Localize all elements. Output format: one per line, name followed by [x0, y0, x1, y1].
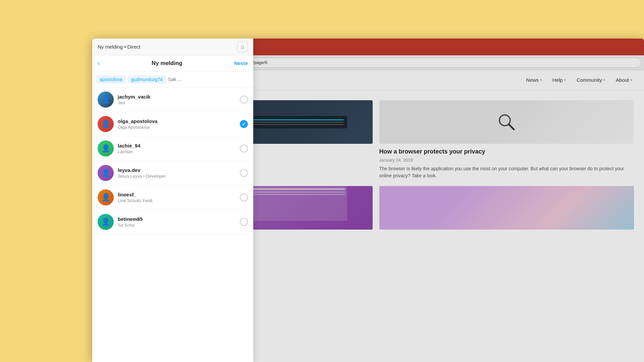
- user-item[interactable]: 👤 jachym_vacik Jed: [92, 87, 253, 112]
- user-display-name: Sa Scha: [118, 223, 236, 228]
- user-handle: lachie_94: [118, 143, 236, 148]
- user-handle: lineesf_: [118, 192, 236, 197]
- browser-window: V Blog | Vivaldi Browser - Par + ‹ › ↺ ⌂…: [92, 39, 644, 362]
- avatar: 👤: [98, 189, 114, 205]
- user-item[interactable]: 👤 olga_apostolova Olga Apostolova ✓: [92, 112, 253, 136]
- avatar: 👤: [98, 140, 114, 157]
- avatar: 👤: [98, 116, 114, 132]
- user-handle: betinem85: [118, 216, 236, 222]
- dm-panel: Ny melding • Direct ⌂ ‹ Ny melding Neste…: [92, 39, 253, 362]
- ny-melding-header: ‹ Ny melding Neste: [92, 55, 253, 71]
- user-info: lineesf_ Line Schultz Feldt: [118, 192, 236, 203]
- back-button-dialog[interactable]: ‹: [98, 59, 100, 67]
- user-info: leyva.dev Jesus Leyva • Developer: [118, 167, 236, 179]
- user-item[interactable]: 👤 lachie_94 Lachlan: [92, 136, 253, 161]
- user-info: olga_apostolova Olga Apostolova: [118, 118, 236, 130]
- user-select-checkbox[interactable]: [240, 144, 248, 153]
- user-item[interactable]: 👤 lineesf_ Line Schultz Feldt: [92, 185, 253, 210]
- user-item[interactable]: 👤 betinem85 Sa Scha: [92, 210, 253, 234]
- dm-home-button[interactable]: ⌂: [237, 42, 248, 52]
- avatar: 👤: [98, 214, 114, 230]
- avatar: 👤: [98, 165, 114, 181]
- user-list: 👤 jachym_vacik Jed 👤 olga_apostolova: [92, 87, 253, 362]
- ny-melding-dialog: ‹ Ny melding Neste apostolova gudmundurg…: [92, 55, 253, 362]
- user-display-name: Jed: [118, 100, 236, 105]
- user-display-name: Lachlan: [118, 149, 236, 154]
- recipient-search-input[interactable]: [168, 77, 249, 82]
- user-info: lachie_94 Lachlan: [118, 143, 236, 154]
- user-display-name: Line Schultz Feldt: [118, 198, 236, 203]
- user-select-checkbox[interactable]: [240, 96, 248, 104]
- ny-melding-title: Ny melding: [104, 60, 230, 67]
- user-info: betinem85 Sa Scha: [118, 216, 236, 228]
- user-select-checkbox[interactable]: [240, 218, 248, 226]
- user-info: jachym_vacik Jed: [118, 94, 236, 105]
- recipient-tag-2[interactable]: gudmundurg74: [128, 75, 166, 83]
- user-handle: olga_apostolova: [118, 118, 236, 124]
- user-handle: jachym_vacik: [118, 94, 236, 100]
- user-select-checkbox[interactable]: ✓: [240, 120, 248, 128]
- user-display-name: Olga Apostolova: [118, 125, 236, 130]
- checkmark-icon: ✓: [242, 121, 246, 127]
- dm-header-title: Ny melding • Direct: [98, 44, 234, 50]
- recipient-tag-1[interactable]: apostolova: [96, 75, 126, 83]
- user-item[interactable]: 👤 leyva.dev Jesus Leyva • Developer: [92, 161, 253, 185]
- neste-button[interactable]: Neste: [234, 60, 248, 66]
- user-display-name: Jesus Leyva • Developer: [118, 174, 236, 179]
- avatar: 👤: [98, 92, 114, 108]
- user-select-checkbox[interactable]: [240, 169, 248, 177]
- recipients-area: apostolova gudmundurg74: [92, 71, 253, 87]
- dm-header-bar: Ny melding • Direct ⌂: [92, 39, 253, 55]
- user-select-checkbox[interactable]: [240, 193, 248, 201]
- user-handle: leyva.dev: [118, 167, 236, 173]
